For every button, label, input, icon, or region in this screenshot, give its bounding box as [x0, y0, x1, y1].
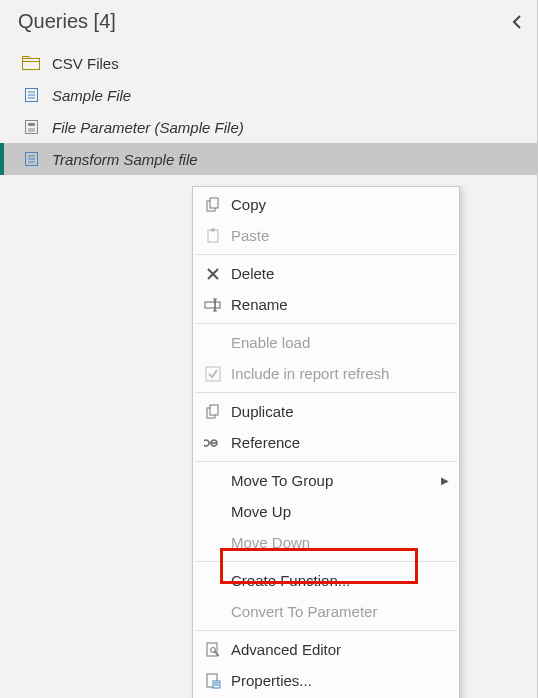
menu-rename[interactable]: Rename: [193, 289, 459, 320]
svg-rect-0: [23, 59, 40, 70]
collapse-button[interactable]: [511, 15, 523, 29]
menu-move-down: Move Down: [193, 527, 459, 558]
chevron-left-icon: [511, 15, 523, 29]
menu-label: Properties...: [231, 672, 449, 689]
menu-separator: [195, 323, 457, 324]
query-item-file-parameter[interactable]: File Parameter (Sample File): [0, 111, 537, 143]
folder-icon: [22, 55, 42, 71]
svg-point-29: [211, 647, 216, 652]
copy-icon: [201, 195, 225, 215]
menu-copy[interactable]: Copy: [193, 189, 459, 220]
menu-label: Move Up: [231, 503, 449, 520]
query-label: CSV Files: [52, 55, 119, 72]
menu-separator: [195, 630, 457, 631]
submenu-arrow-icon: ▶: [441, 475, 449, 486]
link-icon: [201, 433, 225, 453]
blank-icon: [201, 471, 225, 491]
doc-icon: [22, 151, 42, 167]
menu-label: Paste: [231, 227, 449, 244]
menu-label: Move Down: [231, 534, 449, 551]
menu-label: Rename: [231, 296, 449, 313]
menu-separator: [195, 461, 457, 462]
svg-rect-7: [28, 123, 35, 126]
query-item-transform-sample[interactable]: Transform Sample file: [0, 143, 537, 175]
query-list: CSV Files Sample File: [0, 47, 537, 175]
menu-include-refresh: Include in report refresh: [193, 358, 459, 389]
blank-icon: [201, 333, 225, 353]
props-icon: [201, 671, 225, 691]
delete-icon: [201, 264, 225, 284]
query-label: File Parameter (Sample File): [52, 119, 244, 136]
blank-icon: [201, 571, 225, 591]
query-label: Transform Sample file: [52, 151, 198, 168]
menu-label: Advanced Editor: [231, 641, 449, 658]
menu-separator: [195, 392, 457, 393]
menu-separator: [195, 254, 457, 255]
svg-rect-17: [211, 228, 215, 231]
menu-paste: Paste: [193, 220, 459, 251]
svg-rect-20: [205, 302, 220, 308]
panel-title: Queries [4]: [18, 10, 116, 33]
menu-label: Reference: [231, 434, 449, 451]
rename-icon: [201, 295, 225, 315]
queries-panel: Queries [4] CSV Files: [0, 0, 538, 698]
blank-icon: [201, 602, 225, 622]
menu-label: Enable load: [231, 334, 449, 351]
blank-icon: [201, 502, 225, 522]
menu-properties[interactable]: Properties...: [193, 665, 459, 696]
copy-icon: [201, 402, 225, 422]
menu-label: Move To Group: [231, 472, 449, 489]
svg-rect-15: [210, 198, 218, 208]
menu-duplicate[interactable]: Duplicate: [193, 396, 459, 427]
doc-icon: [22, 87, 42, 103]
menu-label: Convert To Parameter: [231, 603, 449, 620]
menu-label: Include in report refresh: [231, 365, 449, 382]
check-icon: [201, 364, 225, 384]
menu-label: Delete: [231, 265, 449, 282]
svg-rect-6: [26, 121, 38, 134]
menu-create-function[interactable]: Create Function...: [193, 565, 459, 596]
menu-move-up[interactable]: Move Up: [193, 496, 459, 527]
paste-icon: [201, 226, 225, 246]
svg-rect-16: [208, 230, 218, 242]
context-menu: Copy Paste Delete Rename Enable load: [192, 186, 460, 698]
menu-reference[interactable]: Reference: [193, 427, 459, 458]
menu-separator: [195, 561, 457, 562]
panel-header: Queries [4]: [0, 0, 537, 47]
query-label: Sample File: [52, 87, 131, 104]
param-icon: [22, 119, 42, 135]
menu-delete[interactable]: Delete: [193, 258, 459, 289]
menu-convert-parameter: Convert To Parameter: [193, 596, 459, 627]
menu-move-to-group[interactable]: Move To Group ▶: [193, 465, 459, 496]
menu-label: Duplicate: [231, 403, 449, 420]
menu-label: Copy: [231, 196, 449, 213]
menu-label: Create Function...: [231, 572, 449, 589]
query-item-csv-files[interactable]: CSV Files: [0, 47, 537, 79]
menu-advanced-editor[interactable]: Advanced Editor: [193, 634, 459, 665]
adv-icon: [201, 640, 225, 660]
menu-enable-load: Enable load: [193, 327, 459, 358]
blank-icon: [201, 533, 225, 553]
query-item-sample-file[interactable]: Sample File: [0, 79, 537, 111]
svg-rect-26: [210, 405, 218, 415]
